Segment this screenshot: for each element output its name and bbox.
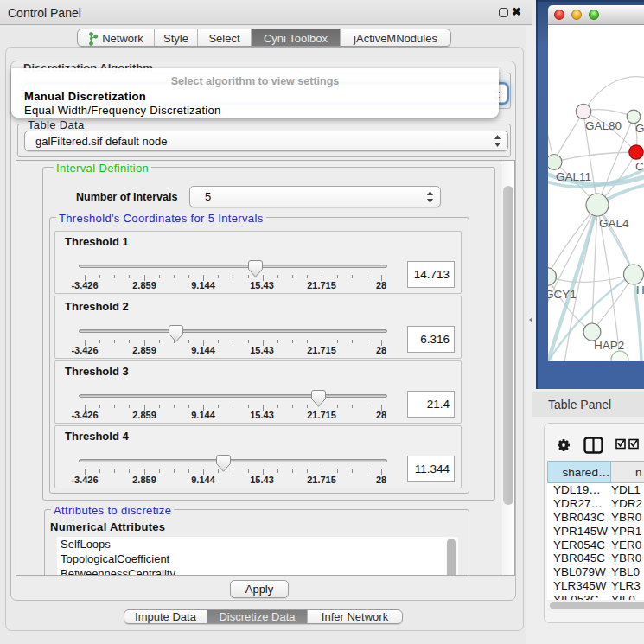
svg-text:HAP2: HAP2: [594, 339, 624, 352]
svg-text:G: G: [635, 122, 644, 135]
svg-text:C: C: [635, 160, 644, 173]
svg-text:H: H: [636, 284, 644, 296]
svg-text:GAL80: GAL80: [585, 119, 622, 132]
svg-text:GCY1: GCY1: [548, 288, 577, 301]
svg-text:GAL4: GAL4: [599, 217, 629, 230]
svg-text:GAL11: GAL11: [556, 170, 591, 183]
